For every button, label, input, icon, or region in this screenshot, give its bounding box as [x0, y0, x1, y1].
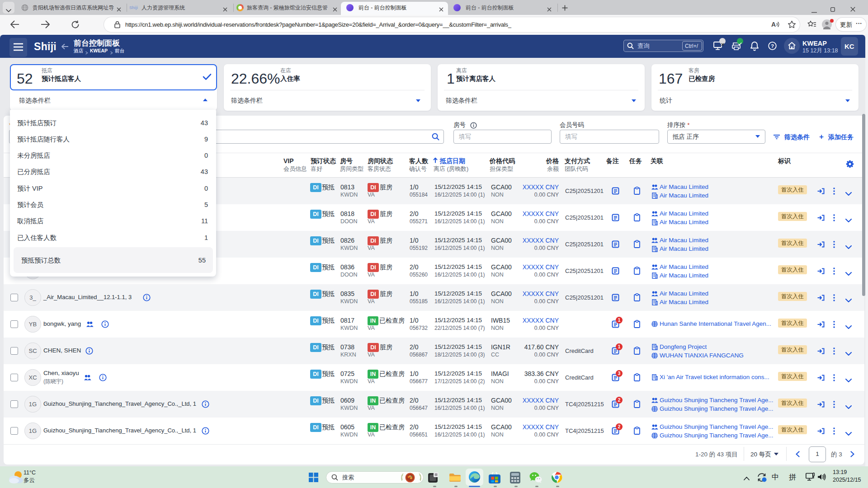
svg-text:A: A [771, 21, 776, 28]
svg-text:?: ? [771, 43, 774, 49]
